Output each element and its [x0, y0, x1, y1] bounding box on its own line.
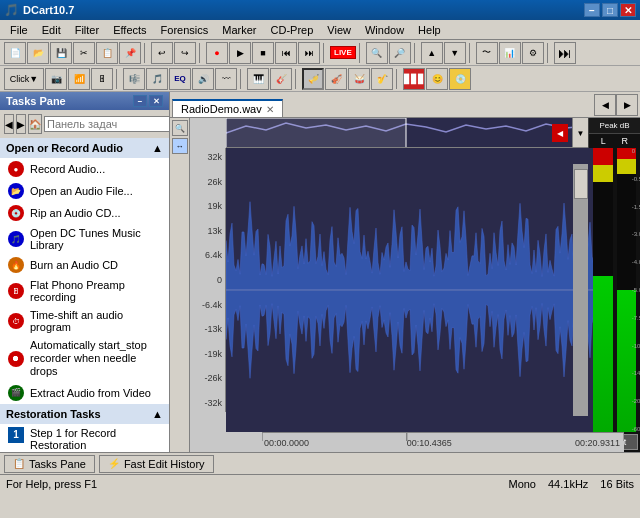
- freq-19k: 19k: [190, 201, 225, 211]
- tasks-pane-close[interactable]: ✕: [149, 95, 163, 107]
- search-fwd-btn[interactable]: ▶: [16, 114, 26, 134]
- bottom-tab-tasks[interactable]: 📋 Tasks Pane: [4, 455, 95, 473]
- tb-save[interactable]: 💾: [50, 42, 72, 64]
- tb-up[interactable]: ▲: [421, 42, 443, 64]
- bottom-tab-history[interactable]: ⚡ Fast Edit History: [99, 455, 214, 473]
- tb-redo[interactable]: ↪: [174, 42, 196, 64]
- tb-new[interactable]: 📄: [4, 42, 26, 64]
- tb-skip-end[interactable]: ⏭: [554, 42, 576, 64]
- tab-radio-demo[interactable]: RadioDemo.wav ✕: [172, 99, 283, 117]
- menu-effects[interactable]: Effects: [107, 22, 152, 38]
- menu-view[interactable]: View: [321, 22, 357, 38]
- tb-settings[interactable]: ⚙: [522, 42, 544, 64]
- tasks-pane-inner: Open or Record Audio ▲ ● Record Audio...…: [0, 138, 169, 452]
- tb2-disc[interactable]: 💿: [449, 68, 471, 90]
- title-bar: 🎵 DCart10.7 − □ ✕: [0, 0, 640, 20]
- tb2-click[interactable]: Click▼: [4, 68, 44, 90]
- tasks-pane-title: Tasks Pane: [6, 95, 66, 107]
- status-bar: For Help, press F1 Mono 44.1kHz 16 Bits: [0, 474, 640, 492]
- tb-spectrum[interactable]: 📊: [499, 42, 521, 64]
- waveform-canvas-area[interactable]: ◀: [226, 148, 608, 432]
- tb-copy[interactable]: 📋: [96, 42, 118, 64]
- db-7.5: -7.5: [632, 315, 640, 321]
- tb-paste[interactable]: 📌: [119, 42, 141, 64]
- wave-zoom-btn[interactable]: 🔍: [172, 120, 188, 136]
- tb-open[interactable]: 📂: [27, 42, 49, 64]
- tb2-face[interactable]: 😊: [426, 68, 448, 90]
- thumbnail-waveform: ▼ ◀: [226, 118, 588, 148]
- tb-zoom-in[interactable]: 🔍: [366, 42, 388, 64]
- tb2-8[interactable]: 🎹: [247, 68, 269, 90]
- menu-cdprep[interactable]: CD-Prep: [265, 22, 320, 38]
- tb-stop[interactable]: ■: [252, 42, 274, 64]
- menu-marker[interactable]: Marker: [216, 22, 262, 38]
- task-record-audio[interactable]: ● Record Audio...: [0, 158, 169, 180]
- task-rip-cd-label: Rip an Audio CD...: [30, 207, 121, 219]
- task-flat-phono[interactable]: 🎚 Flat Phono Preamp recording: [0, 276, 169, 306]
- tasks-pane-header: Tasks Pane − ✕: [0, 92, 169, 110]
- search-home-btn[interactable]: 🏠: [28, 114, 42, 134]
- thumb-nav-btn[interactable]: ▼: [577, 129, 585, 138]
- minimize-button[interactable]: −: [584, 3, 600, 17]
- tb2-7[interactable]: 〰: [215, 68, 237, 90]
- task-time-shift[interactable]: ⏱ Time-shift an audio program: [0, 306, 169, 336]
- sep4: [359, 43, 363, 63]
- status-left: For Help, press F1: [6, 478, 97, 490]
- waveform-container: 🔍 ↔ ▼: [170, 118, 640, 452]
- task-burn-cd[interactable]: 🔥 Burn an Audio CD: [0, 254, 169, 276]
- menu-window[interactable]: Window: [359, 22, 410, 38]
- wave-select-btn[interactable]: ↔: [172, 138, 188, 154]
- tb2-5[interactable]: 🎵: [146, 68, 168, 90]
- search-input[interactable]: [44, 116, 170, 132]
- wave-left-controls: 🔍 ↔: [170, 118, 190, 452]
- menu-filter[interactable]: Filter: [69, 22, 105, 38]
- tab-close-btn[interactable]: ✕: [266, 104, 274, 115]
- tasks-pane-minimize[interactable]: −: [133, 95, 147, 107]
- tb2-4[interactable]: 🎼: [123, 68, 145, 90]
- scroll-track[interactable]: [573, 164, 588, 416]
- tb2-bars[interactable]: ▊▊▊: [403, 68, 425, 90]
- search-back-btn[interactable]: ◀: [4, 114, 14, 134]
- task-open-tunes[interactable]: 🎵 Open DC Tunes Music Library: [0, 224, 169, 254]
- open-file-icon: 📂: [8, 183, 24, 199]
- tb2-2[interactable]: 📶: [68, 68, 90, 90]
- tb-ffwd[interactable]: ⏭: [298, 42, 320, 64]
- title-bar-controls: − □ ✕: [584, 3, 636, 17]
- close-button[interactable]: ✕: [620, 3, 636, 17]
- tab-scroll-right[interactable]: ▶: [616, 94, 638, 116]
- menu-forensics[interactable]: Forensics: [155, 22, 215, 38]
- tb2-c[interactable]: 🥁: [348, 68, 370, 90]
- sep6: [469, 43, 473, 63]
- tb-cut[interactable]: ✂: [73, 42, 95, 64]
- tb-play[interactable]: ▶: [229, 42, 251, 64]
- flat-phono-icon: 🎚: [8, 283, 24, 299]
- tb2-6[interactable]: 🔊: [192, 68, 214, 90]
- tb-down[interactable]: ▼: [444, 42, 466, 64]
- tb2-3[interactable]: 🎚: [91, 68, 113, 90]
- tb2-1[interactable]: 📷: [45, 68, 67, 90]
- section-open-record[interactable]: Open or Record Audio ▲: [0, 138, 169, 158]
- task-extract-audio[interactable]: 🎬 Extract Audio from Video: [0, 382, 169, 404]
- tb2-a[interactable]: 🎺: [302, 68, 324, 90]
- scroll-thumb[interactable]: [574, 169, 588, 199]
- tb-undo[interactable]: ↩: [151, 42, 173, 64]
- task-open-file[interactable]: 📂 Open an Audio File...: [0, 180, 169, 202]
- section-restoration[interactable]: Restoration Tasks ▲: [0, 404, 169, 424]
- tb2-d[interactable]: 🎷: [371, 68, 393, 90]
- menu-help[interactable]: Help: [412, 22, 447, 38]
- tb2-9[interactable]: 🎸: [270, 68, 292, 90]
- maximize-button[interactable]: □: [602, 3, 618, 17]
- task-step1[interactable]: 1 Step 1 for Record Restoration: [0, 424, 169, 452]
- menu-edit[interactable]: Edit: [36, 22, 67, 38]
- tab-scroll-left[interactable]: ◀: [594, 94, 616, 116]
- menu-file[interactable]: File: [4, 22, 34, 38]
- task-auto-record[interactable]: ⏺ Automatically start_stop recorder when…: [0, 336, 169, 382]
- tb2-b[interactable]: 🎻: [325, 68, 347, 90]
- search-bar: ◀ ▶ 🏠 ▼: [0, 110, 169, 138]
- tb-record[interactable]: ●: [206, 42, 228, 64]
- tb-zoom-out[interactable]: 🔎: [389, 42, 411, 64]
- tb2-eq[interactable]: EQ: [169, 68, 191, 90]
- task-rip-cd[interactable]: 💿 Rip an Audio CD...: [0, 202, 169, 224]
- tb-rewind[interactable]: ⏮: [275, 42, 297, 64]
- tb-waveform[interactable]: 〜: [476, 42, 498, 64]
